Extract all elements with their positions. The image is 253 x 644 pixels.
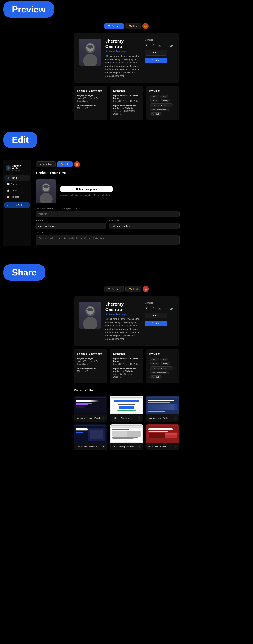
pencil-icon-2: ✏️ [60,163,64,166]
edit-btn-share[interactable]: ✏️ Edit [125,286,141,292]
sidebar-item-profile[interactable]: 👤 Profile [4,175,29,181]
portfolio-item-5[interactable]: Trash Talks - Website ↗ [146,424,180,450]
portfolio-label-4: Frank Roofing - Website ↗ [110,443,143,450]
exp-item-1: Project manager may 2023 - present, Geek… [77,94,104,103]
sidebar-item-contact[interactable]: ✉️ Contact [4,181,29,187]
education-title-1: Education [113,89,140,92]
edit-section: 👤 Jheremy Cashtro @jheremia 👤 Profile ✉️… [0,149,253,253]
share-profile-name: Jheremy Cashtro [105,302,141,312]
portfolio-arrow-5[interactable]: ↗ [174,445,177,449]
portfolio-thumb-5 [146,424,180,443]
instagram-icon-1[interactable]: 📷 [157,43,162,48]
portfolio-label-2: Insurance help - Website ↗ [146,414,180,422]
share-profile-bio: 🌐 Explorer of ideas. Advocate for critic… [105,317,141,341]
sidebar-handle: @jheremia [12,170,28,171]
contact-btn-2[interactable]: Contact [145,320,167,326]
name-profession-row: Full Name Profession [36,220,180,232]
upload-info: Upload new photo At least 800x800 px rec… [60,186,113,196]
experience-title-1: 5 Years of Experience [77,89,104,92]
portfolio-label-1: FES inc. - Website ↗ [110,414,143,422]
lock-btn-1[interactable]: 🔒 [142,23,149,29]
sidebar-item-projects[interactable]: 📁 Projects [4,194,29,200]
portfolio-thumb-2 [146,396,180,414]
portfolio-arrow-4[interactable]: ↗ [138,445,141,449]
skills-tags-1: coding scss Next.js Writing Desarrollo d… [149,94,176,116]
lock-btn-3[interactable]: 🔒 [143,286,149,292]
preview-btn-active[interactable]: 👁 Preview [104,23,124,29]
profession-input[interactable] [109,223,180,229]
sidebar: 👤 Jheremy Cashtro @jheremia 👤 Profile ✉️… [3,160,31,246]
share-btn-1[interactable]: Share [145,50,167,56]
experience-card-2: 5 Years of Experience Project manager ma… [74,349,107,384]
portfolio-item-4[interactable]: Frank Roofing - Website ↗ [110,424,143,450]
sidebar-username: Jheremy Cashtro [12,165,28,170]
portfolio-arrow-2[interactable]: ↗ [174,416,177,420]
portfolio-item-2[interactable]: Insurance help - Website ↗ [146,396,180,422]
share-info-grid: 5 Years of Experience Project manager ma… [74,349,180,384]
photo-preview [36,179,56,203]
upload-photo-btn[interactable]: Upload new photo [60,186,113,192]
skill-tag-nextjs-1: Next.js [150,99,159,102]
portfolio-thumb-3 [74,424,107,443]
preview-profile-bio: 🌐 Explorer of ideas. Advocate for critic… [105,54,141,78]
share-btn-2[interactable]: Share [145,313,167,318]
svg-point-1 [83,54,97,66]
education-title-2: Education [113,352,140,355]
link-icon-1[interactable]: 🔗 [170,43,174,48]
edit-btn-preview[interactable]: ✏️ Edit [125,23,141,29]
portfolio-thumb-4 [110,424,143,443]
share-badge: Share [3,264,45,280]
portfolio-item-0[interactable]: Geek guys Studio - Website ↗ [74,396,107,422]
link-icon-2[interactable]: 🔗 [170,306,174,311]
edit-badge: Edit [3,132,37,148]
share-section-header: Share [0,263,253,282]
pencil-icon-1: ✏️ [129,24,132,28]
eye-icon-3: 👁 [108,288,110,290]
skill-tag-frontend-1: Desarrollo del front-end [150,104,173,107]
skill-tag-writing-2: Writing [161,362,170,366]
profession-group: Profession [109,220,180,232]
preview-btn-share[interactable]: 👁 Preview [104,286,124,292]
lock-btn-2[interactable]: 🔒 [74,161,80,167]
skill-tag-scss-2: scss [160,358,168,361]
portfolio-item-3[interactable]: Portfolio plus - Website ↗ [74,424,107,450]
exp-item-2: Frontend developer 2021 - 2023 [77,104,104,110]
portfolio-arrow-1[interactable]: ↗ [138,416,141,420]
edu-item-2: Diplomado en Business Analytics y Big Da… [113,104,140,116]
contact-btn-1[interactable]: Contact [145,58,167,63]
facebook-icon-1[interactable]: f [151,43,156,48]
twitter-icon-2[interactable]: 𝕏 [163,306,168,311]
skill-tag-scss-1: scss [160,94,168,98]
skill-tag-frontend-2: Desarrollo del front-end [150,366,173,370]
portfolio-item-1[interactable]: FES inc. - Website ↗ [110,396,143,422]
sidebar-item-details[interactable]: 📋 Details [4,188,29,193]
upload-hint: At least 800x800 px recommended. JPG or … [60,194,113,196]
preview-profile-name: Jheremy Cashtro [105,38,141,49]
edu-item-4: Diplomado en Business Analytics y Big Da… [113,367,140,378]
preview-avatar [79,38,101,66]
share-profile-header: Jheremy Cashtro Software Developer 🌐 Exp… [74,296,180,346]
linkedin-icon-1[interactable]: in [145,43,149,48]
sidebar-avatar: 👤 [6,165,11,171]
username-input[interactable] [36,211,180,217]
fullname-input[interactable] [36,223,106,229]
twitter-icon-1[interactable]: 𝕏 [163,43,168,48]
skill-tag-js-2: JavaScript [150,375,162,379]
instagram-icon-2[interactable]: 📷 [157,306,162,311]
facebook-icon-2[interactable]: f [151,306,156,311]
add-project-btn[interactable]: ＋ Add new Project [4,202,29,208]
education-card-1: Education Diplomado En Ciencia De Datos … [110,86,143,120]
preview-profile-info: Jheremy Cashtro Software Developer 🌐 Exp… [105,38,141,78]
lock-icon-1: 🔒 [144,24,147,28]
preview-btn-in-edit[interactable]: 👁 Preview [36,162,56,167]
linkedin-icon-2[interactable]: in [145,306,149,311]
details-icon: 📋 [7,189,9,192]
description-textarea[interactable] [36,235,180,245]
preview-profile-header: Jheremy Cashtro Software Developer 🌐 Exp… [74,33,180,83]
portfolio-label-0: Geek guys Studio - Website ↗ [74,414,107,422]
portfolio-arrow-0[interactable]: ↗ [101,416,105,420]
experience-title-2: 5 Years of Experience [77,352,104,355]
preview-section-header: Preview [0,0,253,19]
portfolio-arrow-3[interactable]: ↗ [101,445,105,449]
edit-btn-active[interactable]: ✏️ Edit [57,162,72,167]
